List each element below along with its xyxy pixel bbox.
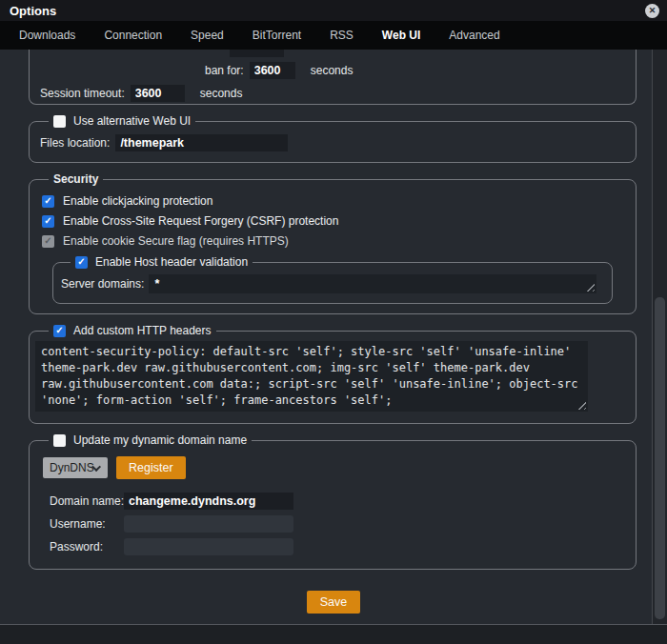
register-button[interactable]: Register — [116, 456, 186, 479]
dyndns-provider-value: DynDNS — [50, 461, 94, 474]
custom-headers-textarea[interactable]: content-security-policy: default-src 'se… — [35, 341, 588, 412]
clickjacking-row: Enable clickjacking protection — [42, 194, 626, 208]
username-label: Username: — [50, 517, 118, 531]
host-header-checkbox[interactable] — [75, 256, 88, 269]
server-domains-wrap: * — [149, 274, 596, 293]
clickjacking-checkbox[interactable] — [42, 195, 54, 208]
scrollbar-thumb[interactable] — [655, 297, 665, 619]
files-location-input[interactable] — [115, 134, 288, 151]
domain-name-label: Domain name: — [50, 494, 118, 508]
session-timeout-unit: seconds — [200, 87, 243, 100]
title-bar: Options ✕ — [0, 0, 667, 21]
close-icon[interactable]: ✕ — [645, 4, 659, 18]
username-row: Username: — [50, 515, 626, 533]
password-label: Password: — [50, 540, 118, 553]
save-button[interactable]: Save — [307, 591, 361, 614]
session-timeout-label: Session timeout: — [40, 87, 125, 100]
tab-rss[interactable]: RSS — [330, 29, 354, 42]
domain-name-row: Domain name: — [50, 493, 626, 510]
security-legend-label: Security — [53, 172, 98, 186]
options-dialog: Options ✕ Downloads Connection Speed Bit… — [0, 0, 667, 644]
alt-webui-legend-label: Use alternative Web UI — [73, 114, 191, 128]
use-alt-webui-checkbox[interactable] — [53, 115, 66, 128]
server-domains-row: Server domains: * — [61, 274, 604, 293]
cookie-secure-label: Enable cookie Secure flag (requires HTTP… — [63, 234, 289, 248]
dialog-bottom-strip — [0, 625, 667, 644]
host-header-legend-label: Enable Host header validation — [95, 255, 248, 269]
files-location-row: Files location: — [40, 133, 626, 152]
ban-for-unit: seconds — [311, 64, 354, 77]
files-location-label: Files location: — [40, 136, 110, 150]
tab-downloads[interactable]: Downloads — [19, 29, 75, 42]
tab-bar: Downloads Connection Speed BitTorrent RS… — [0, 21, 667, 50]
session-timeout-input[interactable] — [131, 85, 185, 102]
dyndns-legend-label: Update my dynamic domain name — [73, 433, 247, 447]
alt-webui-section: Use alternative Web UI Files location: — [29, 114, 637, 163]
options-content: ban for: seconds Session timeout: second… — [0, 50, 667, 624]
cutoff-input[interactable] — [230, 50, 284, 57]
tab-webui[interactable]: Web UI — [382, 29, 420, 42]
cookie-secure-row: Enable cookie Secure flag (requires HTTP… — [42, 234, 626, 248]
dyndns-checkbox[interactable] — [53, 434, 66, 447]
scrollbar-track[interactable] — [652, 50, 667, 624]
csrf-row: Enable Cross-Site Request Forgery (CSRF)… — [42, 214, 626, 228]
password-input[interactable] — [124, 538, 293, 555]
ban-for-input[interactable] — [250, 62, 295, 79]
dyndns-section: Update my dynamic domain name DynDNS Reg… — [29, 433, 637, 570]
csrf-checkbox[interactable] — [42, 215, 54, 228]
security-section: Security Enable clickjacking protection … — [29, 172, 637, 314]
alt-webui-legend: Use alternative Web UI — [49, 114, 195, 128]
host-header-legend: Enable Host header validation — [71, 255, 253, 269]
password-row: Password: — [50, 538, 626, 555]
tab-bittorrent[interactable]: BitTorrent — [253, 29, 301, 42]
host-header-section: Enable Host header validation Server dom… — [52, 255, 613, 304]
custom-headers-section: Add custom HTTP headers content-security… — [29, 324, 637, 424]
server-domains-textarea[interactable]: * — [149, 274, 596, 293]
session-timeout-row: Session timeout: seconds — [39, 84, 626, 103]
custom-headers-checkbox[interactable] — [53, 325, 66, 337]
custom-headers-legend: Add custom HTTP headers — [49, 324, 216, 337]
tab-speed[interactable]: Speed — [191, 29, 224, 42]
server-domains-label: Server domains: — [61, 277, 144, 291]
tab-connection[interactable]: Connection — [104, 29, 162, 42]
custom-headers-wrap: content-security-policy: default-src 'se… — [39, 339, 588, 412]
domain-name-input[interactable] — [124, 493, 293, 510]
dyndns-legend: Update my dynamic domain name — [49, 433, 252, 447]
ban-for-row: ban for: seconds — [39, 61, 626, 80]
ban-for-label: ban for: — [205, 64, 244, 77]
save-bar: Save — [0, 579, 667, 624]
security-legend: Security — [49, 172, 103, 186]
dyndns-provider-row: DynDNS Register — [43, 456, 626, 479]
clickjacking-label: Enable clickjacking protection — [63, 194, 212, 208]
authentication-section: ban for: seconds Session timeout: second… — [29, 50, 637, 105]
cookie-secure-checkbox — [42, 235, 54, 248]
csrf-label: Enable Cross-Site Request Forgery (CSRF)… — [63, 214, 338, 228]
custom-headers-legend-label: Add custom HTTP headers — [73, 324, 212, 337]
tab-advanced[interactable]: Advanced — [449, 29, 499, 42]
dyndns-provider-select[interactable]: DynDNS — [43, 457, 108, 478]
username-input[interactable] — [124, 515, 293, 533]
dialog-title: Options — [10, 4, 56, 18]
